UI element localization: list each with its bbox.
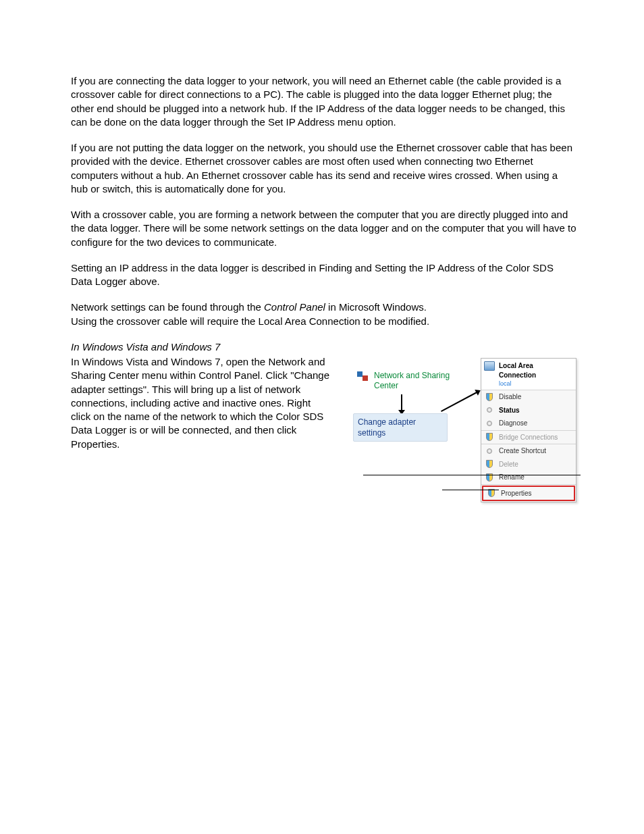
context-menu-item-label: Diagnose bbox=[499, 419, 527, 428]
context-menu-item-label: Create Shortcut bbox=[499, 446, 546, 456]
network-sharing-center-icon bbox=[356, 371, 369, 382]
context-menu-item-label: Disable bbox=[499, 392, 521, 402]
context-menu-item-label: Status bbox=[499, 406, 520, 415]
context-menu-item-label: Delete bbox=[499, 460, 518, 469]
context-menu-item-label: Properties bbox=[501, 489, 532, 498]
network-adapter-icon bbox=[484, 361, 495, 371]
body-paragraph: If you are not putting the data logger o… bbox=[71, 141, 576, 196]
context-menu-item[interactable]: Disable bbox=[481, 390, 576, 404]
context-menu-item[interactable]: Diagnose bbox=[481, 417, 576, 431]
figure-divider bbox=[363, 475, 581, 475]
body-paragraph: With a crossover cable, you are forming … bbox=[71, 208, 576, 249]
control-panel-emphasis: Control Panel bbox=[264, 301, 325, 313]
context-menu-item[interactable]: Bridge Connections bbox=[481, 431, 576, 445]
figure-network-settings: Network and Sharing Center Change adapte… bbox=[348, 358, 576, 479]
context-menu: Local Area Connection local DisableStatu… bbox=[481, 358, 576, 502]
body-paragraph: Setting an IP address in the data logger… bbox=[71, 261, 576, 289]
body-paragraph: Network settings can be found through th… bbox=[71, 301, 576, 328]
bullet-icon bbox=[487, 407, 492, 413]
arrow-diagonal-icon bbox=[441, 390, 479, 412]
shield-icon bbox=[486, 460, 493, 468]
bullet-icon bbox=[487, 448, 492, 454]
body-paragraph: If you are connecting the data logger to… bbox=[71, 74, 576, 129]
bullet-icon bbox=[487, 421, 492, 426]
context-menu-header: Local Area Connection local bbox=[481, 359, 576, 390]
shield-icon bbox=[486, 433, 493, 441]
context-menu-item[interactable]: Status bbox=[481, 404, 576, 417]
shield-icon bbox=[486, 393, 493, 401]
network-sharing-center-link[interactable]: Network and Sharing Center bbox=[356, 371, 455, 391]
body-paragraph: In Windows Vista and Windows 7, open the… bbox=[71, 355, 331, 451]
context-menu-item-label: Bridge Connections bbox=[499, 433, 558, 442]
change-adapter-settings-link[interactable]: Change adapter settings bbox=[353, 413, 448, 442]
context-menu-item[interactable]: Rename bbox=[481, 471, 576, 485]
arrow-down-icon bbox=[401, 394, 402, 411]
figure-divider bbox=[442, 490, 499, 490]
shield-icon bbox=[488, 489, 495, 497]
context-menu-item[interactable]: Create Shortcut bbox=[481, 444, 576, 458]
context-menu-item[interactable]: Properties bbox=[482, 486, 575, 502]
context-menu-item[interactable]: Delete bbox=[481, 458, 576, 471]
subheading-win7: In Windows Vista and Windows 7 bbox=[71, 340, 576, 354]
